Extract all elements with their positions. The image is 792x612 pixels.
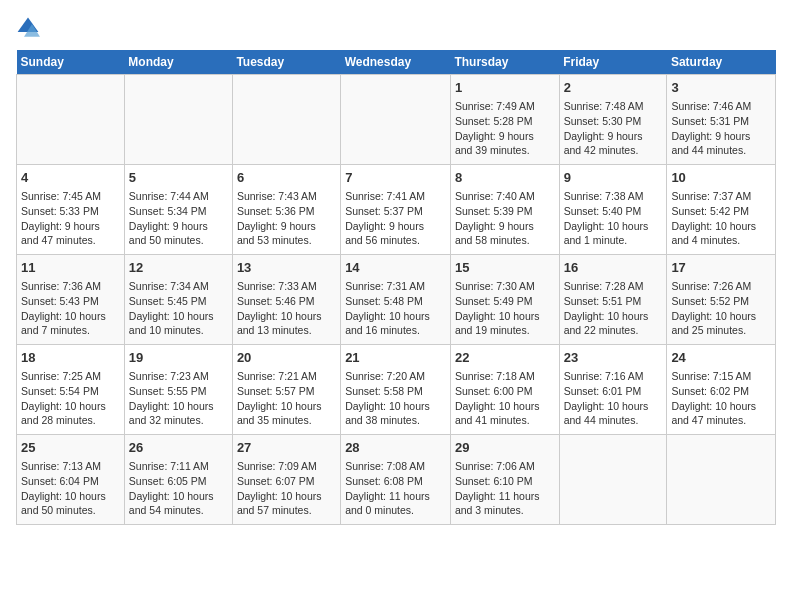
day-number: 10 xyxy=(671,169,771,187)
calendar-cell: 1Sunrise: 7:49 AMSunset: 5:28 PMDaylight… xyxy=(450,75,559,165)
day-number: 11 xyxy=(21,259,120,277)
day-number: 22 xyxy=(455,349,555,367)
calendar-cell: 26Sunrise: 7:11 AMSunset: 6:05 PMDayligh… xyxy=(124,435,232,525)
day-number: 25 xyxy=(21,439,120,457)
day-info: Sunrise: 7:44 AMSunset: 5:34 PMDaylight:… xyxy=(129,189,228,248)
calendar-cell: 28Sunrise: 7:08 AMSunset: 6:08 PMDayligh… xyxy=(341,435,451,525)
day-info: Sunrise: 7:41 AMSunset: 5:37 PMDaylight:… xyxy=(345,189,446,248)
day-number: 3 xyxy=(671,79,771,97)
day-info: Sunrise: 7:13 AMSunset: 6:04 PMDaylight:… xyxy=(21,459,120,518)
page-header xyxy=(16,16,776,40)
calendar-cell: 6Sunrise: 7:43 AMSunset: 5:36 PMDaylight… xyxy=(232,165,340,255)
day-number: 2 xyxy=(564,79,663,97)
day-number: 12 xyxy=(129,259,228,277)
calendar-cell: 9Sunrise: 7:38 AMSunset: 5:40 PMDaylight… xyxy=(559,165,667,255)
logo-icon xyxy=(16,16,40,40)
day-number: 20 xyxy=(237,349,336,367)
calendar-cell: 19Sunrise: 7:23 AMSunset: 5:55 PMDayligh… xyxy=(124,345,232,435)
day-number: 4 xyxy=(21,169,120,187)
calendar-cell: 3Sunrise: 7:46 AMSunset: 5:31 PMDaylight… xyxy=(667,75,776,165)
header-wednesday: Wednesday xyxy=(341,50,451,75)
day-number: 7 xyxy=(345,169,446,187)
calendar-cell xyxy=(667,435,776,525)
day-info: Sunrise: 7:09 AMSunset: 6:07 PMDaylight:… xyxy=(237,459,336,518)
day-number: 21 xyxy=(345,349,446,367)
day-info: Sunrise: 7:33 AMSunset: 5:46 PMDaylight:… xyxy=(237,279,336,338)
calendar-table: SundayMondayTuesdayWednesdayThursdayFrid… xyxy=(16,50,776,525)
week-row-0: 1Sunrise: 7:49 AMSunset: 5:28 PMDaylight… xyxy=(17,75,776,165)
calendar-cell: 8Sunrise: 7:40 AMSunset: 5:39 PMDaylight… xyxy=(450,165,559,255)
day-info: Sunrise: 7:16 AMSunset: 6:01 PMDaylight:… xyxy=(564,369,663,428)
calendar-cell: 18Sunrise: 7:25 AMSunset: 5:54 PMDayligh… xyxy=(17,345,125,435)
day-number: 16 xyxy=(564,259,663,277)
calendar-header-row: SundayMondayTuesdayWednesdayThursdayFrid… xyxy=(17,50,776,75)
calendar-cell: 29Sunrise: 7:06 AMSunset: 6:10 PMDayligh… xyxy=(450,435,559,525)
calendar-cell xyxy=(559,435,667,525)
day-number: 9 xyxy=(564,169,663,187)
calendar-cell: 12Sunrise: 7:34 AMSunset: 5:45 PMDayligh… xyxy=(124,255,232,345)
day-info: Sunrise: 7:18 AMSunset: 6:00 PMDaylight:… xyxy=(455,369,555,428)
calendar-cell xyxy=(17,75,125,165)
day-info: Sunrise: 7:34 AMSunset: 5:45 PMDaylight:… xyxy=(129,279,228,338)
day-info: Sunrise: 7:06 AMSunset: 6:10 PMDaylight:… xyxy=(455,459,555,518)
day-info: Sunrise: 7:43 AMSunset: 5:36 PMDaylight:… xyxy=(237,189,336,248)
week-row-1: 4Sunrise: 7:45 AMSunset: 5:33 PMDaylight… xyxy=(17,165,776,255)
header-tuesday: Tuesday xyxy=(232,50,340,75)
day-info: Sunrise: 7:15 AMSunset: 6:02 PMDaylight:… xyxy=(671,369,771,428)
day-info: Sunrise: 7:25 AMSunset: 5:54 PMDaylight:… xyxy=(21,369,120,428)
day-number: 18 xyxy=(21,349,120,367)
day-number: 14 xyxy=(345,259,446,277)
day-info: Sunrise: 7:26 AMSunset: 5:52 PMDaylight:… xyxy=(671,279,771,338)
day-info: Sunrise: 7:38 AMSunset: 5:40 PMDaylight:… xyxy=(564,189,663,248)
calendar-cell: 27Sunrise: 7:09 AMSunset: 6:07 PMDayligh… xyxy=(232,435,340,525)
day-info: Sunrise: 7:30 AMSunset: 5:49 PMDaylight:… xyxy=(455,279,555,338)
calendar-cell: 24Sunrise: 7:15 AMSunset: 6:02 PMDayligh… xyxy=(667,345,776,435)
day-number: 27 xyxy=(237,439,336,457)
calendar-cell: 13Sunrise: 7:33 AMSunset: 5:46 PMDayligh… xyxy=(232,255,340,345)
calendar-cell: 7Sunrise: 7:41 AMSunset: 5:37 PMDaylight… xyxy=(341,165,451,255)
day-info: Sunrise: 7:23 AMSunset: 5:55 PMDaylight:… xyxy=(129,369,228,428)
day-number: 29 xyxy=(455,439,555,457)
logo xyxy=(16,16,44,40)
day-info: Sunrise: 7:11 AMSunset: 6:05 PMDaylight:… xyxy=(129,459,228,518)
week-row-4: 25Sunrise: 7:13 AMSunset: 6:04 PMDayligh… xyxy=(17,435,776,525)
day-number: 24 xyxy=(671,349,771,367)
day-number: 28 xyxy=(345,439,446,457)
header-saturday: Saturday xyxy=(667,50,776,75)
calendar-cell xyxy=(341,75,451,165)
day-info: Sunrise: 7:31 AMSunset: 5:48 PMDaylight:… xyxy=(345,279,446,338)
calendar-cell: 15Sunrise: 7:30 AMSunset: 5:49 PMDayligh… xyxy=(450,255,559,345)
day-number: 19 xyxy=(129,349,228,367)
day-number: 8 xyxy=(455,169,555,187)
day-info: Sunrise: 7:45 AMSunset: 5:33 PMDaylight:… xyxy=(21,189,120,248)
calendar-cell: 10Sunrise: 7:37 AMSunset: 5:42 PMDayligh… xyxy=(667,165,776,255)
day-info: Sunrise: 7:48 AMSunset: 5:30 PMDaylight:… xyxy=(564,99,663,158)
calendar-cell: 21Sunrise: 7:20 AMSunset: 5:58 PMDayligh… xyxy=(341,345,451,435)
calendar-cell: 17Sunrise: 7:26 AMSunset: 5:52 PMDayligh… xyxy=(667,255,776,345)
calendar-cell xyxy=(124,75,232,165)
day-number: 13 xyxy=(237,259,336,277)
calendar-cell: 22Sunrise: 7:18 AMSunset: 6:00 PMDayligh… xyxy=(450,345,559,435)
day-number: 5 xyxy=(129,169,228,187)
calendar-cell: 14Sunrise: 7:31 AMSunset: 5:48 PMDayligh… xyxy=(341,255,451,345)
calendar-cell: 25Sunrise: 7:13 AMSunset: 6:04 PMDayligh… xyxy=(17,435,125,525)
calendar-cell xyxy=(232,75,340,165)
header-sunday: Sunday xyxy=(17,50,125,75)
calendar-cell: 16Sunrise: 7:28 AMSunset: 5:51 PMDayligh… xyxy=(559,255,667,345)
day-number: 23 xyxy=(564,349,663,367)
day-info: Sunrise: 7:28 AMSunset: 5:51 PMDaylight:… xyxy=(564,279,663,338)
day-number: 26 xyxy=(129,439,228,457)
day-info: Sunrise: 7:40 AMSunset: 5:39 PMDaylight:… xyxy=(455,189,555,248)
day-info: Sunrise: 7:46 AMSunset: 5:31 PMDaylight:… xyxy=(671,99,771,158)
day-info: Sunrise: 7:37 AMSunset: 5:42 PMDaylight:… xyxy=(671,189,771,248)
day-number: 1 xyxy=(455,79,555,97)
calendar-cell: 2Sunrise: 7:48 AMSunset: 5:30 PMDaylight… xyxy=(559,75,667,165)
calendar-cell: 11Sunrise: 7:36 AMSunset: 5:43 PMDayligh… xyxy=(17,255,125,345)
header-thursday: Thursday xyxy=(450,50,559,75)
calendar-cell: 4Sunrise: 7:45 AMSunset: 5:33 PMDaylight… xyxy=(17,165,125,255)
calendar-cell: 20Sunrise: 7:21 AMSunset: 5:57 PMDayligh… xyxy=(232,345,340,435)
day-number: 15 xyxy=(455,259,555,277)
day-info: Sunrise: 7:36 AMSunset: 5:43 PMDaylight:… xyxy=(21,279,120,338)
day-info: Sunrise: 7:08 AMSunset: 6:08 PMDaylight:… xyxy=(345,459,446,518)
week-row-2: 11Sunrise: 7:36 AMSunset: 5:43 PMDayligh… xyxy=(17,255,776,345)
